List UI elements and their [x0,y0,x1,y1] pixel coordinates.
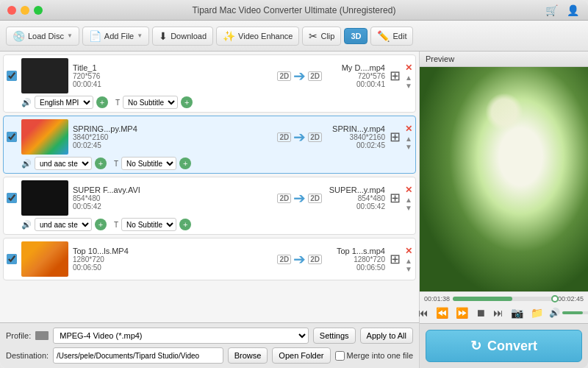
settings-button[interactable]: Settings [313,328,356,344]
file-info-2: SPRING...py.MP4 3840*2160 00:02:45 [73,124,273,149]
convert-button[interactable]: ↻ Convert [426,330,582,362]
thumbnail-4 [21,241,68,277]
output-resolution-2: 3840*2160 [326,133,385,141]
2d-badge-out-3: 2D [308,194,322,203]
file-list: Title_1 720*576 00:00:41 2D ➔ 2D My D...… [0,52,419,322]
convert-label: Convert [487,339,537,354]
maximize-button[interactable] [34,6,43,15]
output-info-3: SUPER...y.mp4 854*480 00:05:42 [326,185,385,210]
remove-btn-2[interactable]: ✕ [405,124,412,134]
toolbar: 💿 Load Disc ▼ 📄 Add File ▼ ⬇ Download ✨ … [0,21,588,52]
subtitle-add-btn-3[interactable]: + [179,219,191,230]
download-button[interactable]: ⬇ Download [152,26,213,46]
minimize-button[interactable] [21,6,29,15]
file-info-3: SUPER F...avy.AVI 854*480 00:05:42 [73,185,273,210]
nav-arrows-1: ▲▼ [405,74,412,90]
skip-forward-button[interactable]: ⏭ [492,305,505,320]
stop-button[interactable]: ⏹ [474,305,487,320]
file-checkbox-2[interactable] [7,132,17,142]
preview-video [420,67,588,291]
volume-fill [562,311,583,314]
file-resolution-4: 1280*720 [73,255,273,263]
subtitle-add-btn-2[interactable]: + [179,158,191,169]
fast-forward-button[interactable]: ⏩ [454,305,470,320]
arrow-right-icon-3: ➔ [293,189,306,207]
settings-icon-1[interactable]: ⊞ [390,68,401,84]
subtitle-add-btn-1[interactable]: + [181,96,193,108]
rewind-button[interactable]: ⏪ [434,305,450,320]
video-enhance-button[interactable]: ✨ Video Enhance [216,26,299,46]
volume-control: 🔊 [549,308,589,318]
dest-input[interactable] [53,347,223,364]
settings-icon-2[interactable]: ⊞ [390,129,401,145]
right-panel: Preview 00:01:38 00:02:45 [419,52,588,368]
browse-button[interactable]: Browse [228,347,268,364]
nav-arrows-2: ▲▼ [405,135,412,151]
scissors-icon: ✂ [309,30,318,42]
edit-button[interactable]: ✏️ Edit [370,26,413,46]
output-duration-2: 00:02:45 [326,141,385,149]
output-duration-1: 00:00:41 [326,80,385,88]
subtitle-select-2[interactable]: No Subtitle [121,157,176,170]
audio-icon-1: 🔊 [21,98,32,107]
audio-select-3[interactable]: und aac ste [35,218,92,231]
file-sub-row-2: 🔊 und aac ste + T No Subtitle + [21,157,412,170]
audio-select-2[interactable]: und aac ste [35,157,92,170]
snapshot-button[interactable]: 📷 [509,305,525,320]
subtitle-select-3[interactable]: No Subtitle [121,218,176,231]
load-disc-button[interactable]: 💿 Load Disc ▼ [6,26,79,46]
remove-btn-1[interactable]: ✕ [405,63,412,73]
audio-add-btn-2[interactable]: + [95,158,107,169]
settings-icon-3[interactable]: ⊞ [390,190,401,206]
output-name-2: SPRIN...y.mp4 [326,124,385,133]
convert-icon: ↻ [470,338,481,354]
file-checkbox-3[interactable] [7,193,17,203]
dropdown-arrow-icon: ▼ [137,32,143,39]
close-button[interactable] [7,6,16,15]
3d-button[interactable]: 3D [344,28,368,44]
skip-back-button[interactable]: ⏮ [417,305,430,320]
time-current: 00:01:38 [424,295,450,302]
download-icon: ⬇ [159,30,168,42]
add-file-button[interactable]: 📄 Add File ▼ [82,26,149,46]
file-name-2: SPRING...py.MP4 [73,124,273,133]
apply-all-button[interactable]: Apply to All [360,328,413,344]
output-name-4: Top 1...s.mp4 [326,247,385,255]
folder-button[interactable]: 📁 [529,305,545,320]
audio-add-btn-1[interactable]: + [96,96,108,108]
remove-btn-3[interactable]: ✕ [405,185,412,195]
progress-bar[interactable] [453,297,555,301]
settings-icon-4[interactable]: ⊞ [390,251,401,267]
2d-badge-in-3: 2D [277,194,291,203]
add-file-icon: 📄 [89,30,101,42]
file-checkbox-4[interactable] [7,254,17,264]
clip-button[interactable]: ✂ Clip [302,26,341,46]
file-row-1: Title_1 720*576 00:00:41 2D ➔ 2D My D...… [7,58,412,93]
volume-bar[interactable] [562,311,589,314]
2d-badge-out-2: 2D [308,132,322,142]
audio-select-1[interactable]: English MPI [35,96,93,109]
subtitle-select-1[interactable]: No Subtitle [123,96,178,109]
file-duration-3: 00:05:42 [73,202,273,210]
merge-label: Merge into one file [335,351,414,361]
preview-image [420,67,588,291]
open-folder-button[interactable]: Open Folder [272,347,330,364]
file-item-4: Top 10...ls.MP4 1280*720 00:06:50 2D ➔ 2… [3,238,416,280]
time-total: 00:02:45 [558,295,584,302]
file-info-1: Title_1 720*576 00:00:41 [73,63,273,88]
user-icon[interactable]: 👤 [567,4,579,16]
2d-badge-out-4: 2D [308,255,322,264]
output-name-3: SUPER...y.mp4 [326,185,385,194]
merge-checkbox[interactable] [335,351,345,361]
profile-row: Profile: MPEG-4 Video (*.mp4) Settings A… [6,328,413,344]
bottom-controls: Profile: MPEG-4 Video (*.mp4) Settings A… [0,322,419,368]
cart-icon[interactable]: 🛒 [545,4,558,16]
progress-fill [453,297,512,301]
2d-badge-in-2: 2D [277,132,291,142]
remove-btn-4[interactable]: ✕ [405,246,412,256]
profile-select[interactable]: MPEG-4 Video (*.mp4) [53,328,309,344]
audio-add-btn-3[interactable]: + [95,219,107,230]
file-checkbox-1[interactable] [7,71,17,81]
progress-row: 00:01:38 00:02:45 [424,295,584,302]
subtitle-icon-1: T [115,99,120,107]
